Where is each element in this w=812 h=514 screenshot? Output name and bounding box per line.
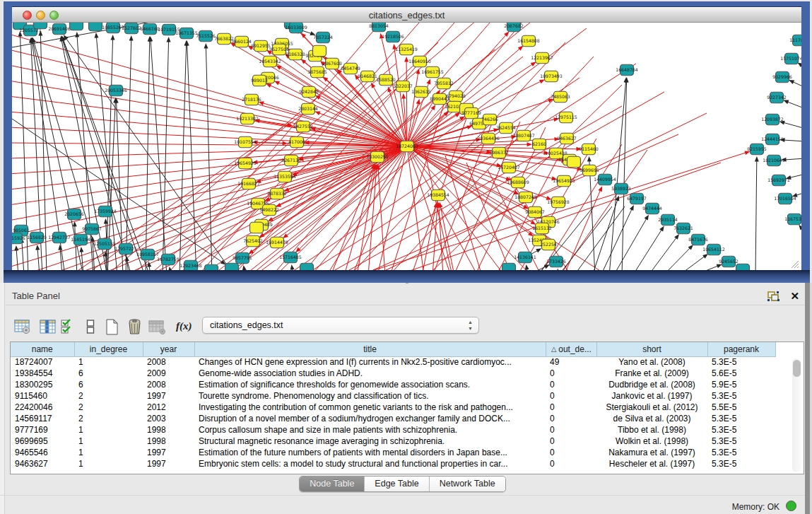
graph-edge[interactable] — [574, 206, 625, 270]
cell-short[interactable]: Jankovic et al. (1997) — [596, 390, 707, 402]
graph-node-989013[interactable]: 989013 — [251, 75, 268, 86]
column-header-out_de[interactable]: △out_de... — [546, 342, 596, 356]
graph-node-15720407[interactable]: 15720407 — [498, 162, 520, 173]
graph-node-20053346[interactable]: 20053346 — [105, 85, 127, 96]
graph-node-15751074[interactable]: 15751074 — [780, 53, 801, 64]
graph-node-20691406[interactable]: 20691406 — [48, 23, 71, 35]
graph-edge[interactable] — [12, 146, 407, 252]
cell-name[interactable]: 9115460 — [11, 390, 74, 402]
graph-node-unlabeled[interactable] — [89, 23, 102, 31]
cell-name[interactable]: 9699695 — [11, 436, 74, 447]
cell-pagerank[interactable]: 5.3E-5 — [707, 447, 775, 458]
graph-node-16648784[interactable]: 16648784 — [616, 64, 638, 76]
graph-node-9146821[interactable]: 9146821 — [358, 71, 377, 82]
table-row[interactable]: 1938455462009Genome-wide association stu… — [11, 368, 775, 379]
row-height-icon[interactable] — [86, 319, 95, 334]
graph-node-6479197[interactable]: 6479197 — [627, 193, 647, 204]
graph-edge[interactable] — [406, 60, 407, 146]
cell-year[interactable]: 2008 — [143, 379, 194, 390]
cell-name[interactable]: 9465546 — [11, 447, 74, 458]
column-header-pagerank[interactable]: pagerank — [707, 342, 775, 356]
graph-node-13213302[interactable]: 13213302 — [236, 113, 259, 124]
graph-node-12213967[interactable]: 12213967 — [531, 52, 553, 64]
graph-edge[interactable] — [565, 189, 601, 270]
graph-node-1156829[interactable]: 1156829 — [27, 232, 47, 243]
graph-node-2020656[interactable]: 2020656 — [64, 209, 84, 220]
graph-edge[interactable] — [407, 146, 451, 270]
graph-node-7485063[interactable]: 7485063 — [551, 91, 570, 103]
graph-edge[interactable] — [12, 146, 407, 267]
graph-node-2935114[interactable]: 2935114 — [658, 214, 678, 226]
cell-title[interactable]: Estimation of the future numbers of pati… — [194, 447, 546, 458]
graph-node-unlabeled[interactable] — [502, 263, 516, 270]
graph-edge[interactable] — [325, 106, 622, 270]
graph-node-unlabeled[interactable] — [250, 222, 264, 233]
graph-node-9857791[interactable]: 9857791 — [233, 252, 252, 264]
graph-node-3624554[interactable]: 3624554 — [496, 122, 516, 134]
graph-node-unlabeled[interactable] — [205, 264, 218, 270]
show-columns-icon[interactable] — [40, 319, 57, 335]
graph-node-9227342[interactable]: 9227342 — [767, 92, 787, 103]
graph-node-417006[interactable]: 417006 — [288, 136, 305, 148]
graph-node-9699695[interactable]: 9699695 — [579, 165, 599, 176]
graph-node-8471676[interactable]: 8471676 — [688, 234, 708, 245]
cell-name[interactable]: 18724007 — [11, 356, 74, 368]
column-header-in_degree[interactable]: in_degree — [74, 342, 143, 356]
graph-node-unlabeled[interactable] — [225, 263, 239, 270]
new-file-icon[interactable] — [105, 319, 119, 335]
panel-right-scrollbar[interactable] — [805, 283, 810, 514]
graph-node-unlabeled[interactable] — [313, 45, 326, 57]
graph-node-8215955[interactable]: 8215955 — [747, 144, 767, 155]
graph-node-9115460[interactable]: 9115460 — [579, 144, 599, 155]
graph-edge[interactable] — [163, 40, 169, 270]
graph-node-unlabeled[interactable] — [567, 156, 581, 168]
graph-edge[interactable] — [609, 81, 626, 270]
graph-edge[interactable] — [613, 218, 647, 270]
cell-pagerank[interactable]: 5.5E-5 — [707, 402, 775, 413]
graph-node-5322037[interactable]: 5322037 — [393, 81, 413, 92]
graph-node-16914479[interactable]: 16914479 — [266, 237, 288, 248]
cell-out_de[interactable]: 0 — [546, 413, 596, 424]
table-row[interactable]: 1872400712008Changes of HCN gene express… — [11, 356, 775, 368]
table-row[interactable]: 946362711997Embryonic stem cells: a mode… — [11, 458, 775, 469]
graph-node-7663822[interactable]: 7663822 — [214, 33, 234, 45]
cell-in_degree[interactable]: 2 — [74, 402, 143, 413]
cell-short[interactable]: Franke et al. (2009) — [596, 368, 707, 379]
graph-node-1117834[interactable]: 1117834 — [789, 35, 801, 46]
canvas-resize-grip[interactable] — [790, 260, 800, 269]
graph-edge[interactable] — [789, 174, 801, 178]
cell-out_de[interactable]: 0 — [546, 402, 596, 413]
graph-edge[interactable] — [784, 158, 801, 160]
cell-short[interactable]: Tibbo et al. (1998) — [596, 424, 707, 436]
cell-pagerank[interactable]: 5.3E-5 — [707, 390, 775, 402]
network-graph[interactable]: 1205572120691406108552671527602646616010… — [12, 23, 801, 270]
graph-node-9463627[interactable]: 9463627 — [557, 133, 577, 144]
tab-node-table[interactable]: Node Table — [300, 477, 365, 491]
graph-node-9975867[interactable]: 9975867 — [82, 223, 102, 235]
column-header-name[interactable]: name — [11, 342, 74, 356]
cell-year[interactable]: 2008 — [143, 356, 194, 368]
graph-node-10210643[interactable]: 10210643 — [763, 155, 785, 166]
graph-edge[interactable] — [678, 256, 705, 270]
graph-node-16782759[interactable]: 16782759 — [157, 254, 180, 265]
graph-edge[interactable] — [755, 160, 757, 270]
graph-node-19218506[interactable]: 19218506 — [382, 31, 404, 42]
graph-node-7625402[interactable]: 7625402 — [243, 235, 263, 247]
cell-name[interactable]: 14569117 — [11, 413, 74, 424]
graph-node-2803144[interactable]: 2803144 — [298, 103, 318, 115]
graph-edge[interactable] — [433, 206, 437, 270]
graph-node-12093872[interactable]: 12093872 — [761, 114, 784, 125]
cell-year[interactable]: 2003 — [143, 413, 194, 424]
graph-node-7986372[interactable]: 7986372 — [489, 147, 509, 158]
graph-edge[interactable] — [301, 146, 407, 270]
table-header-row[interactable]: namein_degreeyeartitle△out_de...shortpag… — [11, 342, 775, 356]
graph-node-15692971[interactable]: 15692971 — [767, 175, 790, 186]
cell-title[interactable]: Tourette syndrome. Phenomenology and cla… — [194, 390, 546, 402]
select-rows-icon[interactable] — [61, 319, 74, 334]
scrollbar-thumb[interactable] — [793, 360, 801, 377]
graph-node-9242848[interactable]: 9242848 — [299, 86, 319, 98]
cell-title[interactable]: Embryonic stem cells: a model to study s… — [194, 458, 546, 469]
cell-out_de[interactable]: 49 — [546, 356, 596, 368]
window-titlebar[interactable]: citations_edges.txt — [12, 6, 801, 23]
cell-pagerank[interactable]: 5.9E-5 — [707, 379, 775, 390]
